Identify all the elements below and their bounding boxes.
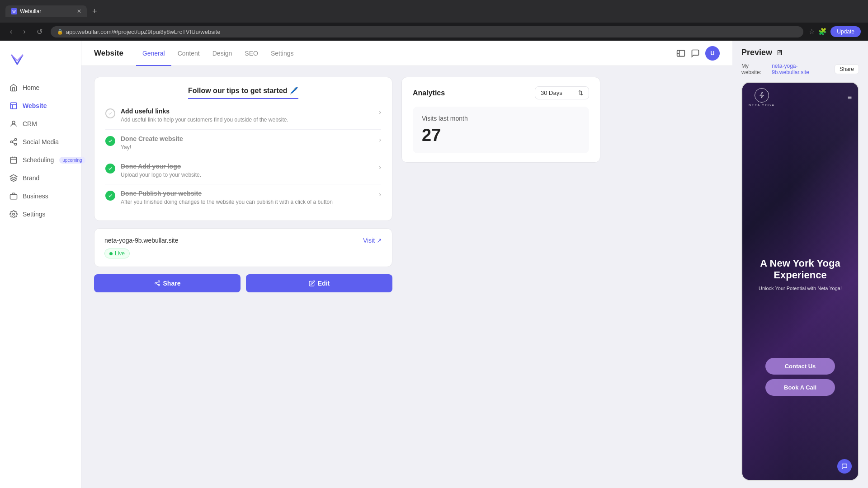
browser-tabs: W Webullar ✕ + [5, 5, 863, 18]
sidebar-item-business-label: Business [23, 192, 48, 200]
preview-url-value: neta-yoga-9b.webullar.site [772, 63, 831, 75]
preview-title: Preview [741, 48, 772, 57]
monitor-icon: 🖥 [776, 49, 783, 57]
site-url: neta-yoga-9b.webullar.site [104, 237, 178, 244]
mobile-logo-text: NETA YOGA [749, 103, 775, 107]
tip-content-logo: Done Add your logo Upload your logo to y… [121, 163, 373, 179]
mobile-hero-content: A New York Yoga Experience Unlock Your P… [754, 257, 847, 301]
sidebar-item-crm[interactable]: CRM [0, 115, 81, 133]
forward-button[interactable]: › [20, 26, 28, 38]
sidebar-item-settings[interactable]: Settings [0, 205, 81, 223]
translate-button[interactable] [676, 49, 685, 58]
sidebar-item-scheduling[interactable]: Scheduling upcoming [0, 151, 81, 169]
left-panel: Follow our tips to get started 🖊️ Add us… [94, 77, 392, 477]
tip-desc-logo: Upload your logo to your website. [121, 171, 373, 179]
chat-bubble-button[interactable] [837, 459, 852, 474]
refresh-button[interactable]: ↺ [34, 26, 45, 38]
tab-settings[interactable]: Settings [264, 42, 300, 66]
content-area: Follow our tips to get started 🖊️ Add us… [81, 66, 732, 488]
external-link-icon: ↗ [377, 237, 382, 244]
visit-link[interactable]: Visit ↗ [363, 237, 382, 244]
edit-button[interactable]: Edit [246, 274, 392, 292]
sidebar-item-home[interactable]: Home [0, 79, 81, 97]
star-button[interactable]: ☆ [809, 28, 815, 36]
tab-design[interactable]: Design [206, 42, 239, 66]
browser-chrome: W Webullar ✕ + [0, 0, 868, 23]
sidebar-item-website[interactable]: Website [0, 97, 81, 115]
security-icon: 🔒 [57, 29, 63, 35]
home-icon [9, 83, 18, 92]
svg-rect-7 [10, 157, 17, 164]
sidebar-item-website-label: Website [23, 102, 47, 109]
preview-url-prefix: My website: [741, 63, 768, 75]
preview-header: Preview 🖥 [741, 48, 859, 57]
tab-close-button[interactable]: ✕ [77, 8, 81, 14]
app-container: Home Website CRM Social Media Scheduling [0, 41, 868, 488]
mobile-header: NETA YOGA ≡ [742, 83, 858, 112]
analytics-header: Analytics 30 Days ⇅ [413, 86, 589, 99]
sidebar-item-business[interactable]: Business [0, 187, 81, 205]
mobile-logo: NETA YOGA [749, 88, 775, 107]
webullar-logo [9, 52, 25, 68]
preview-share-button[interactable]: Share [835, 64, 859, 74]
crm-icon [9, 119, 18, 128]
preview-panel: Preview 🖥 My website: neta-yoga-9b.webul… [732, 41, 868, 488]
visits-card: Visits last month 27 [413, 107, 589, 153]
tip-arrow-create: › [379, 136, 381, 143]
svg-point-21 [761, 92, 762, 94]
tab-seo[interactable]: SEO [238, 42, 264, 66]
url-text: app.webullar.com/#/project/upZ9tpui8y8wL… [66, 28, 221, 35]
new-tab-button[interactable]: + [89, 5, 101, 18]
sidebar-item-brand-label: Brand [23, 174, 39, 182]
scheduling-icon [9, 155, 18, 164]
back-button[interactable]: ‹ [7, 26, 15, 38]
period-value: 30 Days [541, 89, 562, 96]
tip-arrow-publish: › [379, 191, 381, 198]
mobile-contact-us-button[interactable]: Contact Us [765, 358, 835, 375]
tab-content[interactable]: Content [171, 42, 206, 66]
mobile-book-call-button[interactable]: Book A Call [765, 379, 835, 396]
sidebar-item-home-label: Home [23, 84, 39, 91]
svg-line-19 [156, 284, 158, 285]
action-buttons: Share Edit [94, 274, 392, 292]
website-icon [9, 101, 18, 110]
address-bar[interactable]: 🔒 app.webullar.com/#/project/upZ9tpui8y8… [51, 26, 804, 38]
tip-content-create: Done Create website Yay! [121, 135, 373, 151]
tip-add-logo[interactable]: Done Add your logo Upload your logo to y… [105, 157, 381, 185]
svg-point-16 [158, 281, 160, 282]
user-avatar[interactable]: U [705, 46, 720, 61]
right-panel: Analytics 30 Days ⇅ Visits last month 27 [401, 77, 600, 477]
sidebar-item-brand[interactable]: Brand [0, 169, 81, 187]
tip-arrow-logo: › [379, 164, 381, 171]
svg-point-17 [155, 282, 156, 284]
preview-url-bar: My website: neta-yoga-9b.webullar.site S… [741, 63, 859, 75]
svg-point-1 [12, 121, 15, 124]
tips-header: Follow our tips to get started 🖊️ [188, 87, 298, 99]
browser-tab-active[interactable]: W Webullar ✕ [5, 5, 87, 17]
site-card-header: neta-yoga-9b.webullar.site Visit ↗ [104, 237, 382, 244]
mobile-cta-buttons: Contact Us Book A Call [757, 358, 844, 400]
visits-label: Visits last month [422, 115, 580, 122]
edit-button-label: Edit [318, 280, 330, 287]
tab-favicon: W [11, 8, 17, 14]
tab-label: Webullar [20, 8, 41, 14]
mobile-menu-button[interactable]: ≡ [848, 94, 852, 102]
tip-add-links[interactable]: Add useful links Add useful link to help… [105, 102, 381, 130]
tip-check-add-links [105, 108, 115, 118]
period-select[interactable]: 30 Days ⇅ [535, 86, 589, 99]
svg-line-20 [156, 282, 158, 283]
tip-create-website[interactable]: Done Create website Yay! › [105, 130, 381, 157]
tip-arrow-add-links: › [379, 108, 381, 116]
svg-point-2 [14, 139, 17, 141]
extensions-button[interactable]: 🧩 [818, 28, 827, 36]
chat-button[interactable] [691, 49, 700, 58]
tip-publish[interactable]: Done Publish your website After you fini… [105, 184, 381, 211]
share-button[interactable]: Share [94, 274, 241, 292]
live-label: Live [115, 250, 125, 257]
edit-icon [309, 280, 315, 286]
mobile-hero-subtitle: Unlock Your Potential with Neta Yoga! [754, 286, 847, 291]
update-button[interactable]: Update [830, 26, 861, 37]
tab-general[interactable]: General [136, 42, 171, 66]
sidebar-item-social-media[interactable]: Social Media [0, 133, 81, 151]
period-dropdown-icon: ⇅ [578, 89, 583, 96]
